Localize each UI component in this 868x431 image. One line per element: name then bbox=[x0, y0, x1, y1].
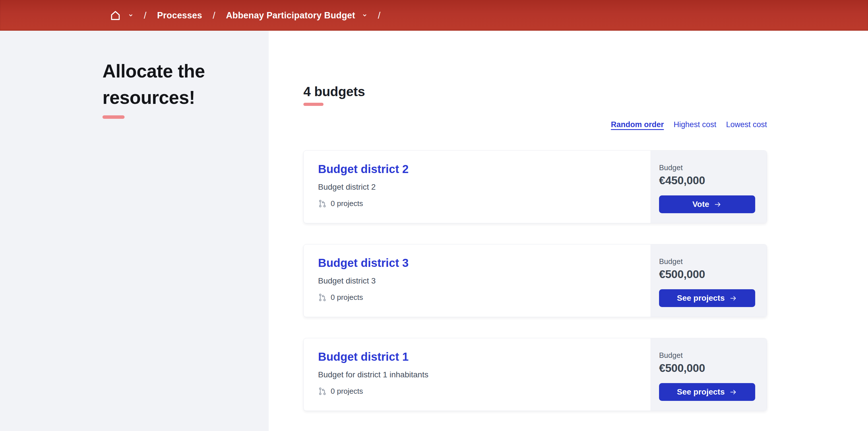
budget-card: Budget district 3 Budget district 3 0 pr… bbox=[303, 244, 767, 317]
projects-count-label: 0 projects bbox=[331, 293, 363, 302]
breadcrumb-separator: / bbox=[378, 10, 380, 21]
breadcrumb-separator: / bbox=[144, 10, 146, 21]
sort-option-highest-cost[interactable]: Highest cost bbox=[674, 120, 716, 129]
budget-amount: €500,000 bbox=[659, 362, 755, 374]
title-accent-underline bbox=[102, 115, 125, 119]
budget-amount: €450,000 bbox=[659, 174, 755, 187]
budgets-count-heading: 4 budgets bbox=[303, 84, 767, 99]
sort-option-random-order[interactable]: Random order bbox=[611, 120, 664, 129]
budget-projects-meta: 0 projects bbox=[318, 387, 639, 396]
vote-button[interactable]: Vote bbox=[659, 195, 755, 213]
budget-card-main: Budget district 1 Budget for district 1 … bbox=[304, 338, 650, 411]
process-dropdown-toggle[interactable] bbox=[362, 13, 367, 18]
projects-count-icon bbox=[318, 293, 327, 302]
budget-card-main: Budget district 2 Budget district 2 0 pr… bbox=[304, 151, 650, 223]
budget-card-aside: Budget €500,000 See projects bbox=[650, 338, 767, 411]
budget-card: Budget district 1 Budget for district 1 … bbox=[303, 338, 767, 411]
breadcrumb-processes-link[interactable]: Processes bbox=[157, 10, 202, 21]
budget-description: Budget district 3 bbox=[318, 276, 639, 285]
see-projects-button[interactable]: See projects bbox=[659, 383, 755, 401]
budget-title-link[interactable]: Budget district 2 bbox=[318, 163, 409, 176]
chevron-down-icon bbox=[128, 13, 133, 18]
home-icon bbox=[110, 10, 121, 21]
budget-description: Budget district 2 bbox=[318, 183, 639, 192]
projects-count-label: 0 projects bbox=[331, 387, 363, 396]
breadcrumb-separator: / bbox=[213, 10, 215, 21]
arrow-right-icon bbox=[729, 295, 737, 302]
budgets-content: 4 budgets Random order Highest cost Lowe… bbox=[269, 31, 868, 431]
button-label: Vote bbox=[692, 200, 709, 209]
budget-description: Budget for district 1 inhabitants bbox=[318, 370, 639, 379]
budget-card: Budget district 2 Budget district 2 0 pr… bbox=[303, 150, 767, 223]
button-label: See projects bbox=[677, 388, 725, 397]
home-breadcrumb-link[interactable] bbox=[110, 10, 121, 21]
budget-label: Budget bbox=[659, 163, 755, 172]
page-title: Allocate the resources! bbox=[102, 58, 232, 111]
budget-amount: €500,000 bbox=[659, 268, 755, 281]
budget-label: Budget bbox=[659, 257, 755, 266]
budget-card-main: Budget district 3 Budget district 3 0 pr… bbox=[304, 245, 650, 317]
arrow-right-icon bbox=[729, 389, 737, 396]
page-body: Allocate the resources! 4 budgets Random… bbox=[0, 31, 868, 431]
chevron-down-icon bbox=[362, 13, 367, 18]
projects-count-label: 0 projects bbox=[331, 199, 363, 208]
hero-sidebar: Allocate the resources! bbox=[0, 31, 269, 431]
sort-options-row: Random order Highest cost Lowest cost bbox=[303, 120, 767, 129]
budget-projects-meta: 0 projects bbox=[318, 293, 639, 302]
budget-title-link[interactable]: Budget district 1 bbox=[318, 350, 409, 363]
budget-card-list: Budget district 2 Budget district 2 0 pr… bbox=[303, 150, 767, 411]
heading-accent-underline bbox=[303, 103, 323, 106]
projects-count-icon bbox=[318, 387, 327, 396]
sort-option-lowest-cost[interactable]: Lowest cost bbox=[726, 120, 767, 129]
budget-label: Budget bbox=[659, 351, 755, 360]
budget-card-aside: Budget €500,000 See projects bbox=[650, 245, 767, 317]
home-dropdown-toggle[interactable] bbox=[128, 13, 133, 18]
top-navigation-bar: / Processes / Abbenay Participatory Budg… bbox=[0, 0, 868, 31]
budget-title-link[interactable]: Budget district 3 bbox=[318, 256, 409, 270]
see-projects-button[interactable]: See projects bbox=[659, 289, 755, 307]
breadcrumb-process-link[interactable]: Abbenay Participatory Budget bbox=[226, 10, 355, 21]
arrow-right-icon bbox=[714, 201, 722, 208]
button-label: See projects bbox=[677, 294, 725, 303]
projects-count-icon bbox=[318, 199, 327, 208]
budget-card-aside: Budget €450,000 Vote bbox=[650, 151, 767, 223]
budget-projects-meta: 0 projects bbox=[318, 199, 639, 208]
